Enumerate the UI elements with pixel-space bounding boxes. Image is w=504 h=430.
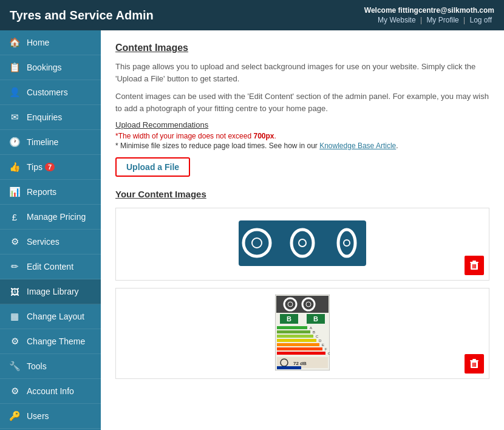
tips-badge: 7: [45, 163, 55, 171]
welcome-text: Welcome fittingcentre@silkmoth.com: [364, 6, 494, 15]
sidebar-item-account-info[interactable]: ⚙ Account Info: [0, 379, 101, 404]
main-content: Content Images This page allows you to u…: [101, 30, 504, 430]
pricing-icon: £: [9, 211, 21, 223]
description-1: This page allows you to upload and selec…: [115, 61, 489, 84]
svg-rect-18: [475, 264, 477, 268]
sidebar-item-change-theme[interactable]: ⚙ Change Theme: [0, 329, 101, 354]
sidebar: 🏠 Home 📋 Bookings 👤 Customers ✉ Enquirie…: [0, 30, 101, 430]
svg-text:B: B: [313, 330, 315, 334]
svg-rect-35: [277, 352, 325, 355]
svg-text:72 dB: 72 dB: [293, 361, 307, 366]
enquiries-icon: ✉: [9, 111, 21, 123]
header-user-info: Welcome fittingcentre@silkmoth.com My We…: [364, 6, 494, 24]
rec-item-1: *The width of your image does not exceed…: [115, 132, 489, 140]
svg-rect-15: [472, 261, 476, 262]
tools-icon: 🔧: [9, 360, 21, 372]
svg-text:E: E: [322, 343, 324, 347]
layout-icon: ▦: [9, 310, 21, 322]
svg-text:B: B: [287, 315, 291, 322]
trash-icon: [469, 260, 480, 271]
page-title: Content Images: [115, 43, 489, 53]
svg-point-10: [344, 240, 350, 246]
sidebar-item-enquiries[interactable]: ✉ Enquiries: [0, 105, 101, 130]
your-content-images-title: Your Content Images: [115, 189, 489, 199]
tyre-image-1: CORRECTLY INFLATED TYRE DATA INFLATED TY…: [239, 208, 366, 280]
svg-rect-34: [277, 347, 322, 350]
reports-icon: 📊: [9, 186, 21, 198]
upload-file-button[interactable]: Upload a File: [115, 157, 190, 177]
trash-icon-2: [469, 358, 480, 369]
description-2: Content images can be used with the 'Edi…: [115, 90, 489, 114]
svg-rect-17: [474, 264, 475, 268]
svg-point-2: [252, 238, 262, 248]
svg-text:G: G: [328, 352, 330, 355]
svg-point-22: [288, 302, 293, 307]
header-links: My Website | My Profile | Log off: [364, 16, 494, 24]
energy-label-image: B B A B C D E F: [275, 288, 330, 378]
svg-text:C: C: [316, 335, 319, 338]
svg-text:F: F: [325, 347, 327, 351]
svg-text:D: D: [319, 339, 322, 343]
svg-rect-52: [475, 363, 477, 367]
sidebar-item-timeline[interactable]: 🕐 Timeline: [0, 130, 101, 155]
knowledge-base-link[interactable]: Knowledge Base Article: [319, 142, 396, 150]
rec-item-2: * Minimise file sizes to reduce page loa…: [115, 142, 489, 150]
delete-button-2[interactable]: [465, 354, 484, 374]
sidebar-item-image-library[interactable]: 🖼 Image Library: [0, 279, 101, 304]
svg-rect-48: [470, 360, 478, 361]
sidebar-item-users[interactable]: 🔑 Users: [0, 404, 101, 429]
theme-icon: ⚙: [9, 335, 21, 347]
my-profile-link[interactable]: My Profile: [426, 16, 458, 24]
sidebar-item-edit-content[interactable]: ✏ Edit Content: [0, 254, 101, 279]
sidebar-item-customers[interactable]: 👤 Customers: [0, 80, 101, 105]
sidebar-item-reports[interactable]: 📊 Reports: [0, 180, 101, 205]
app-title: Tyres and Service Admin: [10, 9, 154, 22]
sidebar-item-services[interactable]: ⚙ Services: [0, 230, 101, 254]
users-icon: 🔑: [9, 410, 21, 422]
sidebar-item-home[interactable]: 🏠 Home: [0, 30, 101, 55]
bookings-icon: 📋: [9, 61, 21, 73]
svg-rect-50: [472, 363, 474, 367]
upload-recommendations: Upload Recommendations *The width of you…: [115, 120, 489, 150]
image-card-2: B B A B C D E F: [115, 288, 489, 379]
svg-rect-46: [277, 366, 301, 369]
svg-rect-14: [470, 262, 478, 263]
svg-text:A: A: [310, 326, 312, 330]
sidebar-item-manage-pricing[interactable]: £ Manage Pricing: [0, 205, 101, 230]
svg-rect-16: [472, 264, 474, 268]
svg-point-24: [306, 302, 311, 307]
log-off-link[interactable]: Log off: [470, 16, 492, 24]
services-icon: ⚙: [9, 236, 21, 248]
delete-button-1[interactable]: [465, 256, 484, 275]
svg-text:B: B: [313, 315, 318, 322]
timeline-icon: 🕐: [9, 136, 21, 148]
sidebar-item-change-layout[interactable]: ▦ Change Layout: [0, 304, 101, 329]
image-card-1: CORRECTLY INFLATED TYRE DATA INFLATED TY…: [115, 208, 489, 281]
sidebar-item-tools[interactable]: 🔧 Tools: [0, 354, 101, 379]
tips-icon: 👍: [9, 161, 21, 173]
app-header: Tyres and Service Admin Welcome fittingc…: [0, 0, 504, 30]
image-library-icon: 🖼: [9, 285, 21, 298]
svg-rect-30: [277, 330, 310, 333]
edit-icon: ✏: [9, 261, 21, 273]
svg-rect-49: [472, 359, 476, 360]
recommendations-title: Upload Recommendations: [115, 120, 489, 129]
sidebar-item-tips[interactable]: 👍 Tips 7: [0, 155, 101, 180]
svg-rect-32: [277, 339, 316, 342]
my-website-link[interactable]: My Website: [378, 16, 415, 24]
customers-icon: 👤: [9, 86, 21, 98]
sidebar-item-bookings[interactable]: 📋 Bookings: [0, 55, 101, 80]
svg-point-6: [299, 239, 306, 247]
svg-rect-51: [474, 363, 475, 367]
svg-rect-33: [277, 343, 319, 346]
main-layout: 🏠 Home 📋 Bookings 👤 Customers ✉ Enquirie…: [0, 30, 504, 430]
account-icon: ⚙: [9, 385, 21, 397]
svg-rect-29: [277, 326, 307, 329]
home-icon: 🏠: [9, 36, 21, 49]
svg-rect-31: [277, 335, 313, 338]
